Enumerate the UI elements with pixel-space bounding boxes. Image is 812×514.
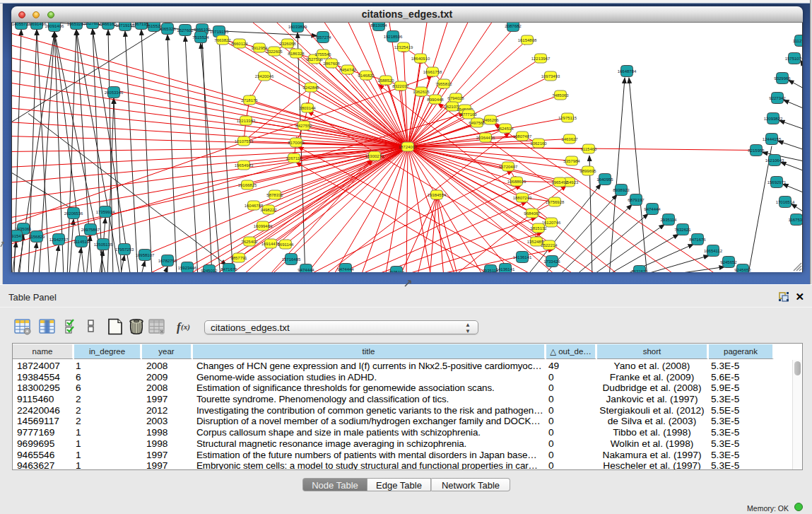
svg-text:7357274: 7357274 <box>314 35 331 40</box>
svg-text:16648784: 16648784 <box>618 69 637 74</box>
svg-text:20691406: 20691406 <box>28 23 47 26</box>
svg-text:1065328: 1065328 <box>159 27 176 31</box>
svg-text:7955812: 7955812 <box>435 82 452 86</box>
svg-text:1588520: 1588520 <box>377 78 394 83</box>
svg-text:2087682: 2087682 <box>505 24 522 28</box>
svg-text:19384554: 19384554 <box>428 193 447 197</box>
svg-text:8186328: 8186328 <box>288 52 305 56</box>
svg-text:8454749: 8454749 <box>339 68 356 72</box>
svg-text:20053346: 20053346 <box>105 90 124 95</box>
svg-text:10654112: 10654112 <box>704 249 723 253</box>
svg-text:2803144: 2803144 <box>299 106 316 110</box>
svg-text:17016514: 17016514 <box>776 200 795 204</box>
svg-text:1965492: 1965492 <box>551 180 568 185</box>
svg-text:9474444: 9474444 <box>298 268 314 272</box>
svg-text:2322605: 2322605 <box>266 49 283 54</box>
svg-text:8471676: 8471676 <box>689 238 706 242</box>
svg-text:2522214: 2522214 <box>541 243 558 247</box>
svg-text:16961758: 16961758 <box>423 70 442 74</box>
svg-text:1112775: 1112775 <box>793 39 803 43</box>
svg-text:10653287: 10653287 <box>67 23 86 26</box>
svg-text:12975115: 12975115 <box>558 116 577 120</box>
svg-text:1167533: 1167533 <box>789 218 803 222</box>
svg-text:8427552: 8427552 <box>295 124 312 128</box>
svg-text:7632621: 7632621 <box>674 228 691 232</box>
svg-text:15692971: 15692971 <box>767 180 787 185</box>
svg-text:12213967: 12213967 <box>531 57 551 61</box>
svg-text:19756928: 19756928 <box>546 200 565 204</box>
svg-text:16099489: 16099489 <box>254 224 273 228</box>
svg-text:16782759: 16782759 <box>158 259 177 263</box>
svg-text:10688609: 10688609 <box>507 180 526 184</box>
svg-text:19166825: 19166825 <box>238 183 257 187</box>
svg-text:7632621: 7632621 <box>631 269 648 272</box>
svg-text:9146821: 9146821 <box>358 74 375 78</box>
svg-text:7515524: 7515524 <box>192 35 209 40</box>
svg-text:15300273: 15300273 <box>365 154 384 158</box>
svg-text:9684067: 9684067 <box>524 211 541 216</box>
svg-text:7625402: 7625402 <box>241 240 258 244</box>
svg-text:18807249: 18807249 <box>513 196 532 200</box>
svg-text:15716485: 15716485 <box>282 257 301 262</box>
svg-text:12505135: 12505135 <box>94 243 113 247</box>
svg-text:12444155: 12444155 <box>763 137 782 141</box>
svg-text:6466160: 6466160 <box>100 23 117 26</box>
svg-text:10719155: 10719155 <box>210 30 229 34</box>
svg-text:9245652: 9245652 <box>720 260 737 264</box>
svg-text:9227342: 9227342 <box>769 96 786 100</box>
svg-text:9857791: 9857791 <box>230 256 247 260</box>
svg-text:17359924: 17359924 <box>96 210 115 214</box>
svg-text:9245652: 9245652 <box>734 268 751 272</box>
svg-text:16120746: 16120746 <box>542 221 561 225</box>
svg-text:16154808: 16154808 <box>518 38 537 42</box>
svg-text:2935114: 2935114 <box>389 270 406 272</box>
svg-text:19654983: 19654983 <box>235 163 254 168</box>
svg-text:1640955: 1640955 <box>596 177 613 182</box>
svg-text:9899695: 9899695 <box>579 169 596 173</box>
svg-text:12093822: 12093822 <box>764 117 783 121</box>
svg-text:6879197: 6879197 <box>628 198 645 202</box>
svg-text:3624514: 3624514 <box>497 127 514 131</box>
svg-text:9777169: 9777169 <box>460 112 477 117</box>
svg-text:2935114: 2935114 <box>661 218 678 222</box>
svg-text:9115460: 9115460 <box>581 147 598 151</box>
svg-text:6794028: 6794028 <box>447 96 464 100</box>
svg-text:8170063: 8170063 <box>288 141 305 145</box>
svg-text:1463627: 1463627 <box>561 137 578 141</box>
svg-text:3267110: 3267110 <box>286 156 303 160</box>
svg-text:1755546: 1755546 <box>314 52 331 57</box>
svg-text:20364436: 20364436 <box>476 136 495 140</box>
svg-text:9242845: 9242845 <box>302 86 319 90</box>
svg-text:8813054: 8813054 <box>370 23 387 28</box>
svg-text:10107553: 10107553 <box>235 139 254 144</box>
svg-text:9474444: 9474444 <box>644 207 661 211</box>
svg-text:12942737: 12942737 <box>49 238 69 242</box>
svg-text:8938923: 8938923 <box>613 188 630 192</box>
svg-text:14136141: 14136141 <box>496 267 515 271</box>
svg-text:9474444: 9474444 <box>337 267 354 271</box>
svg-text:1156829: 1156829 <box>29 235 46 239</box>
svg-text:8471676: 8471676 <box>220 267 237 271</box>
svg-text:2718176: 2718176 <box>241 98 258 103</box>
svg-text:5878332: 5878332 <box>266 193 283 197</box>
svg-text:1114519: 1114519 <box>73 240 90 244</box>
svg-text:10807487: 10807487 <box>513 134 532 139</box>
svg-text:2326058: 2326058 <box>279 42 296 46</box>
svg-text:8215955: 8215955 <box>748 148 765 153</box>
svg-text:7485063: 7485063 <box>552 93 569 98</box>
svg-text:14136141: 14136141 <box>513 255 532 259</box>
svg-text:6466100: 6466100 <box>194 28 211 32</box>
svg-text:5357984: 5357984 <box>563 159 580 163</box>
svg-text:3498222: 3498222 <box>260 208 277 212</box>
svg-text:15751074: 15751074 <box>785 57 803 61</box>
svg-text:2867608: 2867608 <box>323 62 340 66</box>
svg-text:8322037: 8322037 <box>392 84 409 88</box>
svg-text:18724007: 18724007 <box>399 145 418 149</box>
svg-text:1527602: 1527602 <box>84 23 101 25</box>
svg-text:19218506: 19218506 <box>384 35 403 39</box>
svg-text:23420046: 23420046 <box>255 74 274 78</box>
svg-text:9245012: 9245012 <box>201 269 218 272</box>
svg-text:9329966: 9329966 <box>774 76 791 81</box>
svg-text:7466266: 7466266 <box>482 118 499 122</box>
svg-text:12213383: 12213383 <box>237 119 256 123</box>
